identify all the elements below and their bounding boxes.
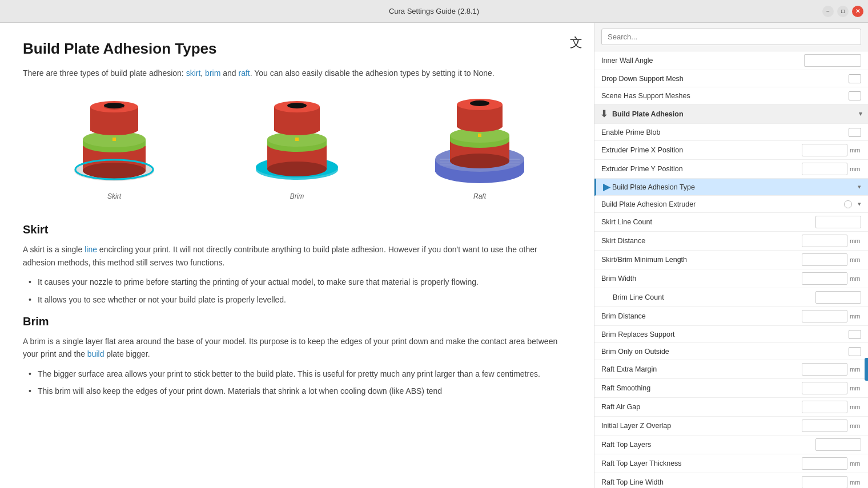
- skirt-brim-minimum-length-unit: mm: [850, 256, 861, 263]
- build-plate-adhesion-extruder-control[interactable]: ▾: [844, 200, 861, 208]
- setting-skirt-line-count: Skirt Line Count: [594, 213, 868, 232]
- radio-circle-icon: [844, 200, 852, 208]
- brim-distance-unit: mm: [850, 313, 861, 320]
- skirt-bullet-2: It allows you to see whether or not your…: [29, 293, 571, 306]
- setting-label-initial-layer-z-overlap: Initial Layer Z Overlap: [601, 422, 802, 430]
- setting-label-raft-extra-margin: Raft Extra Margin: [601, 365, 802, 373]
- setting-label-brim-distance: Brim Distance: [601, 312, 802, 320]
- setting-label-build-plate-adhesion: Build Plate Adhesion: [612, 110, 855, 118]
- minimize-button[interactable]: −: [822, 6, 834, 17]
- raft-extra-margin-input[interactable]: [802, 363, 847, 376]
- extruder-prime-x-unit: mm: [850, 147, 861, 154]
- brim-model-svg: [246, 96, 348, 188]
- setting-label-skirt-distance: Skirt Distance: [601, 237, 802, 245]
- setting-label-skirt-brim-minimum-length: Skirt/Brim Minimum Length: [601, 256, 802, 264]
- setting-initial-layer-z-overlap: Initial Layer Z Overlap mm: [594, 417, 868, 435]
- raft-top-layers-input[interactable]: [815, 438, 861, 451]
- extruder-prime-y-unit: mm: [850, 166, 861, 172]
- raft-top-line-width-input[interactable]: [802, 476, 847, 488]
- models-row: Skirt: [23, 96, 571, 200]
- search-input[interactable]: [601, 29, 861, 45]
- translate-icon[interactable]: 文: [570, 34, 582, 51]
- raft-top-line-width-unit: mm: [850, 479, 861, 486]
- setting-label-raft-top-line-width: Raft Top Line Width: [601, 478, 802, 486]
- svg-point-42: [470, 100, 489, 106]
- setting-brim-only-on-outside: Brim Only on Outside: [594, 343, 868, 360]
- intro-text: There are three types of build plate adh…: [23, 67, 571, 79]
- close-button[interactable]: ✕: [852, 6, 863, 17]
- svg-rect-43: [478, 134, 481, 137]
- build-plate-adhesion-type-dropdown-icon[interactable]: ▾: [858, 183, 861, 191]
- raft-smoothing-input[interactable]: [802, 382, 847, 394]
- skirt-label: Skirt: [107, 192, 121, 200]
- setting-brim-width: Brim Width mm: [594, 269, 868, 288]
- brim-heading: Brim: [23, 315, 571, 328]
- setting-label-extruder-prime-y: Extruder Prime Y Position: [601, 165, 802, 173]
- setting-label-raft-top-layers: Raft Top Layers: [601, 441, 815, 449]
- setting-label-extruder-prime-x: Extruder Prime X Position: [601, 146, 802, 154]
- inner-wall-angle-input[interactable]: [804, 54, 861, 67]
- raft-air-gap-unit: mm: [850, 404, 861, 410]
- skirt-model-svg: [63, 96, 166, 188]
- svg-point-18: [267, 162, 327, 176]
- brim-width-input[interactable]: [802, 272, 847, 285]
- initial-layer-z-overlap-unit: mm: [850, 422, 861, 429]
- blue-scroll-indicator: [865, 358, 868, 381]
- setting-label-brim-replaces-support: Brim Replaces Support: [601, 330, 849, 338]
- skirt-body: A skirt is a single line encircling your…: [23, 243, 571, 269]
- scene-has-support-meshes-checkbox[interactable]: [849, 91, 861, 100]
- extruder-dropdown-icon[interactable]: ▾: [858, 200, 861, 208]
- extruder-prime-y-input[interactable]: [802, 163, 847, 175]
- setting-raft-air-gap: Raft Air Gap mm: [594, 398, 868, 417]
- build-plate-adhesion-section[interactable]: ⬇ Build Plate Adhesion ▾: [594, 104, 868, 124]
- raft-air-gap-input[interactable]: [802, 401, 847, 413]
- skirt-distance-unit: mm: [850, 237, 861, 244]
- brim-distance-input[interactable]: [802, 310, 847, 322]
- drop-down-support-mesh-checkbox[interactable]: [849, 74, 861, 83]
- setting-label-raft-smoothing: Raft Smoothing: [601, 384, 802, 392]
- setting-label-build-plate-adhesion-type: Build Plate Adhesion Type: [612, 183, 854, 191]
- setting-label-skirt-line-count: Skirt Line Count: [601, 218, 815, 226]
- setting-label-inner-wall-angle: Inner Wall Angle: [601, 57, 804, 64]
- skirt-figure: Skirt: [63, 96, 166, 200]
- setting-brim-replaces-support: Brim Replaces Support: [594, 326, 868, 343]
- title-bar: Cura Settings Guide (2.8.1) − □ ✕: [0, 0, 868, 23]
- skirt-bullets: It causes your nozzle to prime before st…: [23, 276, 571, 306]
- enable-prime-blob-checkbox[interactable]: [849, 128, 861, 137]
- brim-replaces-support-checkbox[interactable]: [849, 330, 861, 339]
- skirt-brim-minimum-length-input[interactable]: [802, 253, 847, 266]
- setting-label-enable-prime-blob: Enable Prime Blob: [601, 128, 849, 136]
- brim-label: Brim: [290, 192, 304, 200]
- setting-label-brim-only-on-outside: Brim Only on Outside: [601, 348, 849, 356]
- svg-point-3: [83, 163, 146, 179]
- setting-build-plate-adhesion-type[interactable]: ▶ Build Plate Adhesion Type ▾: [594, 179, 868, 196]
- maximize-button[interactable]: □: [837, 6, 849, 17]
- extruder-prime-x-input[interactable]: [802, 144, 847, 156]
- skirt-distance-input[interactable]: [802, 235, 847, 247]
- brim-line-count-input[interactable]: [815, 291, 861, 304]
- skirt-bullet-1: It causes your nozzle to prime before st…: [29, 276, 571, 288]
- setting-label-drop-down-support-mesh: Drop Down Support Mesh: [601, 75, 849, 83]
- skirt-heading: Skirt: [23, 223, 571, 236]
- setting-label-build-plate-adhesion-extruder: Build Plate Adhesion Extruder: [601, 200, 844, 208]
- brim-body: A brim is a single layer flat area aroun…: [23, 335, 571, 361]
- brim-bullets: The bigger surface area allows your prin…: [23, 368, 571, 398]
- brim-width-unit: mm: [850, 275, 861, 282]
- settings-list: Inner Wall Angle Drop Down Support Mesh …: [594, 51, 868, 488]
- setting-raft-top-layer-thickness: Raft Top Layer Thickness mm: [594, 454, 868, 473]
- brim-bullet-2: This brim will also keep the edges of yo…: [29, 385, 571, 397]
- setting-raft-smoothing: Raft Smoothing mm: [594, 379, 868, 398]
- setting-label-brim-width: Brim Width: [601, 275, 802, 283]
- build-plate-adhesion-expand-icon[interactable]: ▾: [859, 110, 862, 118]
- build-plate-adhesion-icon: ⬇: [600, 108, 608, 119]
- skirt-line-count-input[interactable]: [815, 216, 861, 228]
- setting-label-scene-has-support-meshes: Scene Has Support Meshes: [601, 92, 849, 100]
- window-controls: − □ ✕: [822, 6, 863, 17]
- raft-figure: Raft: [428, 96, 531, 200]
- svg-point-25: [287, 103, 307, 108]
- raft-top-layer-thickness-input[interactable]: [802, 457, 847, 470]
- sidebar: Inner Wall Angle Drop Down Support Mesh …: [594, 23, 868, 488]
- initial-layer-z-overlap-input[interactable]: [802, 420, 847, 432]
- brim-bullet-1: The bigger surface area allows your prin…: [29, 368, 571, 380]
- brim-only-on-outside-checkbox[interactable]: [849, 347, 861, 356]
